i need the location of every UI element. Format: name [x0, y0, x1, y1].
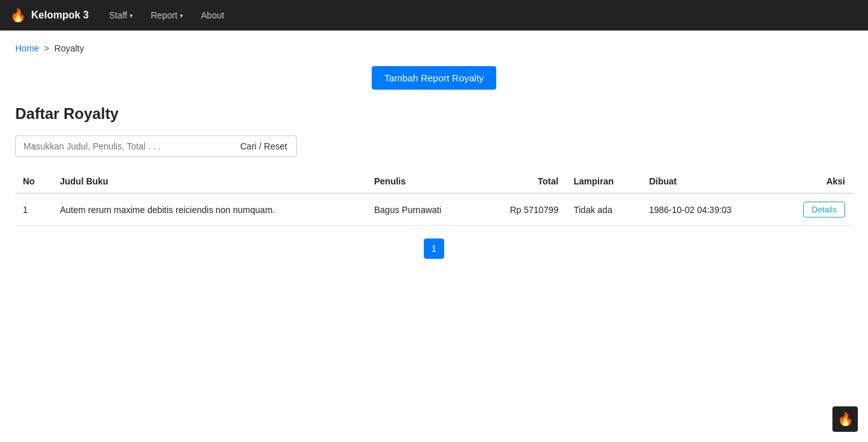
breadcrumb-separator: > — [44, 43, 49, 53]
cell-penulis: Bagus Purnawati — [367, 193, 479, 226]
nav-item-about[interactable]: About — [193, 5, 232, 25]
main-content: Home > Royalty Tambah Report Royalty Daf… — [0, 31, 868, 272]
add-royalty-button[interactable]: Tambah Report Royalty — [372, 66, 497, 90]
nav-links: Staff ▾ Report ▾ About — [102, 5, 232, 25]
col-penulis: Penulis — [367, 170, 479, 193]
search-input[interactable] — [15, 135, 231, 157]
details-button[interactable]: Details — [803, 202, 845, 218]
col-lampiran: Lampiran — [566, 170, 642, 193]
chevron-down-icon: ▾ — [180, 12, 183, 19]
table-row: 1 Autem rerum maxime debitis reiciendis … — [15, 193, 853, 226]
cell-dibuat: 1986-10-02 04:39:03 — [641, 193, 775, 226]
chevron-down-icon: ▾ — [130, 12, 133, 19]
breadcrumb: Home > Royalty — [15, 43, 853, 53]
page-title: Daftar Royalty — [15, 105, 853, 123]
col-aksi: Aksi — [775, 170, 853, 193]
page-1-button[interactable]: 1 — [424, 238, 444, 259]
breadcrumb-current: Royalty — [55, 43, 85, 53]
table-header-row: No Judul Buku Penulis Total Lampiran Dib… — [15, 170, 853, 193]
col-judul-buku: Judul Buku — [52, 170, 367, 193]
search-bar: Cari / Reset — [15, 135, 853, 157]
col-no: No — [15, 170, 52, 193]
navbar: 🔥 Kelompok 3 Staff ▾ Report ▾ About — [0, 0, 868, 31]
col-total: Total — [479, 170, 566, 193]
cell-lampiran: Tidak ada — [566, 193, 642, 226]
brand-name: Kelompok 3 — [31, 10, 89, 21]
nav-item-report[interactable]: Report ▾ — [143, 5, 191, 25]
cell-aksi: Details — [775, 193, 853, 226]
cell-judul-buku: Autem rerum maxime debitis reiciendis no… — [52, 193, 367, 226]
breadcrumb-home[interactable]: Home — [15, 43, 39, 53]
pagination: 1 — [15, 238, 853, 259]
flame-icon: 🔥 — [10, 8, 26, 23]
cell-total: Rp 5710799 — [479, 193, 566, 226]
search-button[interactable]: Cari / Reset — [231, 135, 297, 157]
nav-item-staff[interactable]: Staff ▾ — [102, 5, 141, 25]
col-dibuat: Dibuat — [641, 170, 775, 193]
royalty-table: No Judul Buku Penulis Total Lampiran Dib… — [15, 170, 853, 226]
brand-link[interactable]: 🔥 Kelompok 3 — [10, 8, 89, 23]
cell-no: 1 — [15, 193, 52, 226]
